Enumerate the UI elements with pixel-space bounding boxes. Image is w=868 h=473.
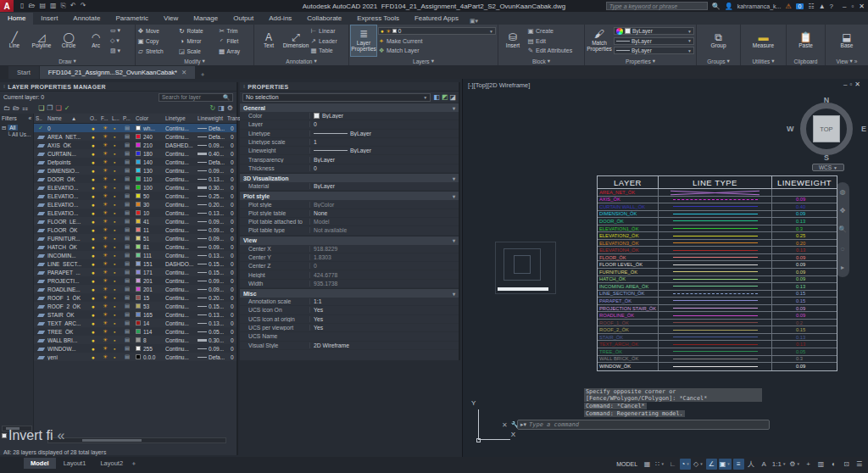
layer-color-swatch[interactable] [136,329,141,334]
layer-freeze-icon[interactable]: ☀ [103,252,108,259]
layer-row[interactable]: ELEVATIO...●☀▪▤30Continu...0.20...0▥ [34,200,236,209]
viewcube[interactable]: TOP N S W E [795,97,858,160]
layer-transparency[interactable]: 0 [231,142,234,148]
file-tab-start[interactable]: Start [8,66,39,79]
groups-panel-label[interactable]: Groups▾ [697,57,740,65]
layer-on-icon[interactable]: ● [92,287,95,292]
make-current-button[interactable]: ✦Make Current [378,37,496,45]
filter-tree-all-used[interactable]: └ All Us... [7,131,33,137]
layer-color-swatch[interactable] [136,278,141,283]
polar-tracking-icon[interactable]: ◔▼ [680,459,691,470]
layer-row[interactable]: INCOMIN...●☀▪▤111Continu...0.13...0▥ [34,251,236,259]
layer-transparency[interactable]: 0 [231,295,234,301]
vp-close-button[interactable]: ✕ [854,81,863,88]
layer-lock-icon[interactable]: ▪ [114,312,115,318]
draw-extra-icon-1[interactable]: ◇ ▾ [110,37,120,44]
layer-row[interactable]: ROOF_2_ÖK●☀▪▤53Continu...0.15...0▥ [34,302,236,310]
layer-plot-icon[interactable]: ▤ [125,345,130,352]
layer-freeze-icon[interactable]: ☀ [103,328,108,335]
layer-lock-icon[interactable]: ▪ [114,346,115,352]
layer-row[interactable]: HATCH_ÖK●☀▪▤81Continu...0.09...0▥ [34,242,236,251]
layer-row[interactable]: ROOF_1_ÖK●☀▪▤15Continu...0.20...0▥ [34,293,236,302]
layer-on-icon[interactable]: ● [92,312,95,318]
layer-linetype[interactable]: Continu... [165,337,198,343]
layer-lock-icon[interactable]: ▪ [114,320,115,326]
layer-transparency[interactable]: 0 [231,354,234,360]
wcs-dropdown[interactable]: WCS▼ [812,164,844,171]
layer-color-swatch[interactable] [136,168,141,173]
isodraft-icon[interactable]: ◇▼ [693,459,704,470]
column-header-linetype[interactable]: Linetype [165,115,186,121]
lineweight-icon[interactable]: ≡ [733,459,744,470]
layer-row[interactable]: WALL BRI...●☀▪▤8Continu...0.30...0▥ [34,336,236,344]
layer-plot-icon[interactable]: ▤ [125,303,130,309]
layer-transparency[interactable]: 0 [231,134,234,140]
layer-row[interactable]: CURTAIN...●☀▪▤180Continu...0.40...0▥ [34,149,236,158]
new-layout-button[interactable]: ＋ [131,459,137,468]
layer-plot-icon[interactable]: ▤ [125,277,130,284]
help-icon[interactable]: ? [830,3,833,10]
annotation-monitor-icon[interactable]: + [803,459,814,470]
floor-plan-drawing[interactable] [495,242,556,294]
layer-plot-icon[interactable]: ▤ [125,142,130,148]
layer-row[interactable]: Defpoints●☀▪▤140Continu...Defa...0▥ [34,158,236,166]
layer-plot-icon[interactable]: ▤ [125,311,130,318]
layer-transparency[interactable]: 0 [231,253,234,259]
layer-freeze-icon[interactable]: ☀ [103,175,108,182]
column-header-lineweight[interactable]: Lineweight [198,115,223,121]
autodesk-icon[interactable]: ▲ [819,3,826,10]
layer-transparency[interactable]: 0 [231,168,234,174]
layer-freeze-icon[interactable]: ☀ [103,125,108,131]
viewcube-south[interactable]: S [824,153,829,162]
viewcube-east[interactable]: E [861,125,866,133]
layer-freeze-icon[interactable]: ☀ [103,345,108,352]
layer-color-swatch[interactable] [136,202,141,207]
viewcube-top-face[interactable]: TOP [813,115,840,142]
layer-lineweight[interactable]: 0.25... [209,193,231,199]
layer-on-icon[interactable]: ● [92,236,95,242]
match-layer-button[interactable]: ❖Match Layer [378,47,496,54]
settings-gear-icon[interactable]: ⚙ [227,104,233,112]
maximize-button[interactable]: ▫ [851,3,854,10]
layer-lock-icon[interactable]: ▪ [114,354,115,360]
property-value[interactable]: Yes [309,316,459,322]
steering-wheel-icon[interactable]: ◍ [840,188,846,196]
layer-lock-icon[interactable]: ▪ [114,337,115,343]
layer-lock-icon[interactable]: ▪ [114,219,115,225]
layer-color-swatch[interactable] [136,227,141,232]
layer-row[interactable]: WINDOW...●☀▪▤255Continu...0.09...0▥ [34,344,236,353]
model-space-label[interactable]: MODEL [616,461,637,467]
layer-transparency[interactable]: 0 [231,312,234,318]
refresh-icon[interactable]: ↻ [210,104,216,112]
match-properties-button[interactable]: 🖌Match Properties [587,25,612,56]
layer-row[interactable]: STAIR_ÖK●☀▪▤165Continu...0.13...0▥ [34,310,236,319]
layer-lock-icon[interactable]: ▪ [114,227,115,233]
insert-block-button[interactable]: ⛁Insert [500,25,526,56]
layer-lineweight[interactable]: 0.30... [209,185,231,191]
ortho-icon[interactable]: ∟ [667,459,678,470]
layer-on-icon[interactable]: ● [92,346,95,352]
layer-plot-icon[interactable]: ▤ [125,184,130,191]
new-tab-button[interactable]: ＋ [199,70,206,79]
section-header-general[interactable]: General▾ [240,103,459,112]
layer-plot-icon[interactable]: ▤ [125,201,130,208]
draw-tool-polyline[interactable]: ◿Polyline [29,25,54,56]
layer-lock-icon[interactable]: ▪ [114,210,115,216]
layer-linetype[interactable]: Continu... [165,227,198,233]
annotation-tool-dimension[interactable]: ⤢Dimension [283,25,309,56]
layer-transparency[interactable]: 0 [231,287,234,292]
layer-freeze-icon[interactable]: ☀ [103,311,108,318]
ribbon-tab-manage[interactable]: Manage [186,13,225,25]
layer-plot-icon[interactable]: ▤ [125,175,130,182]
bylayer-dropdown-2[interactable]: ByLayer▼ [614,47,694,54]
layer-row[interactable]: DOOR_ÖK●☀▪▤110Continu...0.13...0▥ [34,175,236,183]
modify-tool-scale[interactable]: ◲Scale [179,46,215,56]
property-value[interactable]: ByLayer [309,131,459,136]
modify-tool-rotate[interactable]: ↻Rotate [179,25,215,36]
delete-layer-icon[interactable]: ❏ [56,104,62,112]
drawing-viewport[interactable]: [-][Top][2D Wireframe] –▫✕ TOP N S W E W… [462,79,868,457]
modify-tool-trim[interactable]: ✂Trim [219,25,252,36]
layer-color-swatch[interactable] [136,320,141,326]
warning-icon[interactable]: ⚠ [785,3,791,10]
layer-lock-icon[interactable]: ▪ [114,278,115,284]
